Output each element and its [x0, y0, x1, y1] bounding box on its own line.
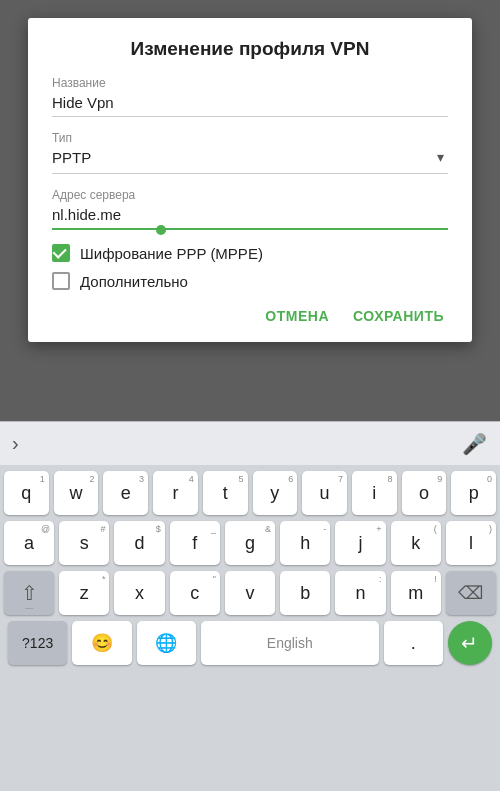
emoji-key[interactable]: 😊 [72, 621, 131, 665]
key-x[interactable]: x [114, 571, 164, 615]
dialog-actions: ОТМЕНА СОХРАНИТЬ [52, 302, 448, 330]
keyboard-area: › 🎤 1q 2w 3e 4r 5t 6y 7u 8i 9o 0p @a #s … [0, 421, 500, 791]
keyboard-rows: 1q 2w 3e 4r 5t 6y 7u 8i 9o 0p @a #s $d _… [0, 465, 500, 673]
key-q[interactable]: 1q [4, 471, 49, 515]
key-z[interactable]: *z [59, 571, 109, 615]
space-key[interactable]: English [201, 621, 379, 665]
cancel-button[interactable]: ОТМЕНА [261, 302, 333, 330]
backspace-icon: ⌫ [458, 582, 483, 604]
advanced-label: Дополнительно [80, 273, 188, 290]
emoji-icon: 😊 [91, 632, 113, 654]
key-b[interactable]: b [280, 571, 330, 615]
key-l[interactable]: )l [446, 521, 496, 565]
key-k[interactable]: (k [391, 521, 441, 565]
type-dropdown[interactable]: PPTP ▾ [52, 147, 448, 174]
key-w[interactable]: 2w [54, 471, 99, 515]
globe-icon: 🌐 [155, 632, 177, 654]
key-v[interactable]: v [225, 571, 275, 615]
encryption-checkbox-row[interactable]: Шифрование PPP (MPPE) [52, 244, 448, 262]
key-o[interactable]: 9o [402, 471, 447, 515]
key-d[interactable]: $d [114, 521, 164, 565]
key-row-1: 1q 2w 3e 4r 5t 6y 7u 8i 9o 0p [4, 471, 496, 515]
enter-icon: ↵ [461, 631, 478, 655]
key-row-bottom: ?123 😊 🌐 English . ↵ [4, 621, 496, 665]
key-row-2: @a #s $d _f &g -h +j (k )l [4, 521, 496, 565]
key-e[interactable]: 3e [103, 471, 148, 515]
key-n[interactable]: :n [335, 571, 385, 615]
type-value: PPTP [52, 147, 448, 168]
encryption-checkbox[interactable] [52, 244, 70, 262]
advanced-checkbox-row[interactable]: Дополнительно [52, 272, 448, 290]
save-button[interactable]: СОХРАНИТЬ [349, 302, 448, 330]
key-r[interactable]: 4r [153, 471, 198, 515]
key-u[interactable]: 7u [302, 471, 347, 515]
key-p[interactable]: 0p [451, 471, 496, 515]
vpn-dialog: Изменение профиля VPN Название Тип PPTP … [28, 18, 472, 342]
shift-key[interactable]: ⇧ — [4, 571, 54, 615]
backspace-key[interactable]: ⌫ [446, 571, 496, 615]
encryption-label: Шифрование PPP (MPPE) [80, 245, 263, 262]
dialog-title: Изменение профиля VPN [52, 38, 448, 60]
advanced-checkbox[interactable] [52, 272, 70, 290]
key-a[interactable]: @a [4, 521, 54, 565]
period-key[interactable]: . [384, 621, 443, 665]
server-label: Адрес сервера [52, 188, 448, 202]
name-label: Название [52, 76, 448, 90]
key-j[interactable]: +j [335, 521, 385, 565]
enter-key[interactable]: ↵ [448, 621, 492, 665]
globe-key[interactable]: 🌐 [137, 621, 196, 665]
key-c[interactable]: "c [170, 571, 220, 615]
key-f[interactable]: _f [170, 521, 220, 565]
server-input[interactable] [52, 204, 448, 230]
key-h[interactable]: -h [280, 521, 330, 565]
key-i[interactable]: 8i [352, 471, 397, 515]
key-g[interactable]: &g [225, 521, 275, 565]
numbers-key[interactable]: ?123 [8, 621, 67, 665]
key-m[interactable]: !m [391, 571, 441, 615]
key-y[interactable]: 6y [253, 471, 298, 515]
key-t[interactable]: 5t [203, 471, 248, 515]
key-row-3: ⇧ — *z x "c v b :n !m ⌫ [4, 571, 496, 615]
microphone-icon[interactable]: 🎤 [460, 430, 488, 458]
key-s[interactable]: #s [59, 521, 109, 565]
server-input-wrapper [52, 204, 448, 230]
keyboard-toolbar: › 🎤 [0, 421, 500, 465]
cursor-indicator [156, 225, 166, 235]
keyboard-collapse-icon[interactable]: › [12, 432, 19, 455]
type-label: Тип [52, 131, 448, 145]
shift-icon: ⇧ [21, 581, 38, 605]
dropdown-arrow-icon: ▾ [437, 149, 444, 165]
name-input[interactable] [52, 92, 448, 117]
